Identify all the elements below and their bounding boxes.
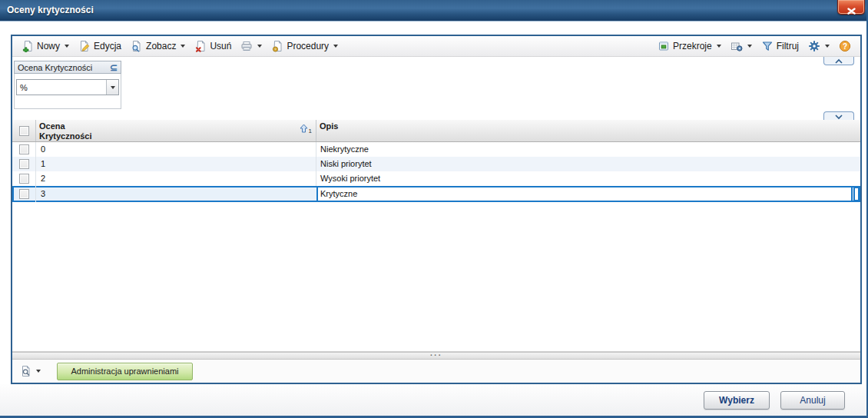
collapse-up-button[interactable] xyxy=(823,57,854,65)
table-row[interactable]: 1 Niski priorytet xyxy=(12,157,860,171)
procedures-button[interactable]: Procedury xyxy=(267,38,343,54)
data-grid: Ocena Krytyczności 1 Opis 0 Niekrytyczne xyxy=(12,120,860,383)
table-row[interactable]: 2 Wysoki priorytet xyxy=(12,171,860,186)
view-dropdown-caret xyxy=(181,45,185,48)
column-header-opis-label: Opis xyxy=(320,121,338,131)
new-button[interactable]: Nowy xyxy=(17,38,74,54)
filter-operator-icon[interactable]: ⊆ xyxy=(110,62,118,73)
sections-button[interactable]: Przekroje xyxy=(653,38,726,54)
grid-header-row: Ocena Krytyczności 1 Opis xyxy=(12,120,860,142)
row-checkbox-cell xyxy=(12,142,36,157)
splitter-handle[interactable]: ··· xyxy=(12,352,860,360)
analysis-dropdown-caret xyxy=(747,45,752,48)
row-checkbox-cell xyxy=(12,157,36,171)
print-dropdown-caret xyxy=(257,45,262,48)
sections-icon xyxy=(658,40,670,52)
column-header-ocena-label: Ocena Krytyczności xyxy=(39,121,116,141)
filter-button-label: Filtruj xyxy=(777,41,799,51)
collapse-down-button[interactable] xyxy=(823,111,854,120)
row-checkbox[interactable] xyxy=(19,144,29,154)
table-row-selected[interactable]: 3 Krytyczne xyxy=(12,186,860,202)
tab-administracja-uprawnieniami[interactable]: Administracja uprawnieniami xyxy=(57,363,193,380)
analysis-button[interactable] xyxy=(726,38,757,54)
view-button[interactable]: Zobacz xyxy=(126,38,190,54)
procedures-dropdown-caret xyxy=(333,45,338,48)
cell-opis[interactable]: Niski priorytet xyxy=(316,157,860,171)
analysis-grid-icon xyxy=(731,40,743,52)
sections-button-label: Przekroje xyxy=(673,41,712,51)
row-checkbox-cell xyxy=(12,171,36,186)
view-chooser-icon xyxy=(20,365,32,377)
filter-title: Ocena Krytyczności xyxy=(18,63,92,72)
delete-document-icon xyxy=(194,40,207,52)
new-dropdown-caret xyxy=(65,45,69,48)
dialog-window: Oceny krytyczności Nowy xyxy=(0,0,868,418)
cancel-button[interactable]: Anuluj xyxy=(780,391,845,410)
filter-funnel-icon xyxy=(761,40,774,52)
settings-button[interactable] xyxy=(803,38,834,54)
help-button[interactable]: ? xyxy=(834,38,856,54)
close-button[interactable] xyxy=(837,0,865,15)
gear-icon xyxy=(808,40,820,52)
view-chooser-button[interactable] xyxy=(17,363,44,380)
row-checkbox[interactable] xyxy=(19,174,29,184)
header-checkbox-cell xyxy=(12,120,36,141)
combo-dropdown-button[interactable] xyxy=(106,80,118,95)
cell-ocena[interactable]: 3 xyxy=(36,186,316,202)
filter-value[interactable]: % xyxy=(17,80,106,95)
sort-up-arrow-icon xyxy=(300,124,308,134)
window-title: Oceny krytyczności xyxy=(7,5,94,15)
chevron-down-icon xyxy=(834,109,843,123)
delete-button-label: Usuń xyxy=(210,41,231,51)
delete-button[interactable]: Usuń xyxy=(190,38,236,54)
edit-button-label: Edycja xyxy=(94,41,121,51)
splitter-dots: ··· xyxy=(430,354,442,357)
sort-indicator: 1 xyxy=(300,124,312,134)
row-checkbox[interactable] xyxy=(19,159,29,169)
filter-section: Ocena Krytyczności ⊆ % xyxy=(12,57,860,120)
cell-opis[interactable]: Niekrytyczne xyxy=(316,142,860,157)
column-header-opis[interactable]: Opis xyxy=(316,120,860,141)
header-checkbox[interactable] xyxy=(19,126,29,136)
row-checkbox[interactable] xyxy=(19,189,29,199)
cell-editor-slot[interactable] xyxy=(853,187,860,201)
close-icon xyxy=(847,4,856,11)
sort-order-number: 1 xyxy=(309,128,312,134)
row-checkbox-cell xyxy=(12,186,36,202)
toolbar: Nowy Edycja xyxy=(12,36,860,57)
procedures-icon xyxy=(271,40,283,52)
bottom-tab-bar: Administracja uprawnieniami xyxy=(12,360,860,383)
tab-label: Administracja uprawnieniami xyxy=(71,367,178,376)
cell-opis-editing[interactable]: Krytyczne xyxy=(316,186,853,202)
edit-document-icon xyxy=(78,40,91,52)
combo-caret-icon xyxy=(111,86,115,89)
chevron-up-icon xyxy=(834,54,843,68)
view-chooser-caret xyxy=(36,370,41,373)
cell-ocena[interactable]: 0 xyxy=(36,142,316,157)
svg-text:?: ? xyxy=(843,42,847,51)
main-panel: Nowy Edycja xyxy=(11,35,862,384)
new-button-label: Nowy xyxy=(37,41,60,51)
settings-dropdown-caret xyxy=(825,45,830,48)
grid-empty-area xyxy=(12,202,860,349)
cell-opis[interactable]: Wysoki priorytet xyxy=(316,171,860,186)
view-document-icon xyxy=(131,40,143,52)
sections-dropdown-caret xyxy=(717,45,721,48)
footer-button-bar: Wybierz Anuluj xyxy=(0,384,866,416)
filter-box: Ocena Krytyczności ⊆ % xyxy=(14,61,121,109)
filter-value-combobox[interactable]: % xyxy=(16,79,119,95)
title-bar: Oceny krytyczności xyxy=(0,0,868,22)
print-button[interactable] xyxy=(236,38,267,54)
view-button-label: Zobacz xyxy=(146,41,176,51)
cell-ocena[interactable]: 1 xyxy=(36,157,316,171)
cell-ocena[interactable]: 2 xyxy=(36,171,316,186)
print-icon xyxy=(240,40,253,52)
filter-header: Ocena Krytyczności ⊆ xyxy=(14,61,121,74)
edit-button[interactable]: Edycja xyxy=(74,38,126,54)
table-row[interactable]: 0 Niekrytyczne xyxy=(12,142,860,157)
select-button[interactable]: Wybierz xyxy=(704,391,770,410)
filter-button[interactable]: Filtruj xyxy=(757,38,803,54)
column-header-ocena[interactable]: Ocena Krytyczności 1 xyxy=(36,120,316,141)
new-document-icon xyxy=(22,40,34,52)
procedures-button-label: Procedury xyxy=(287,41,329,51)
